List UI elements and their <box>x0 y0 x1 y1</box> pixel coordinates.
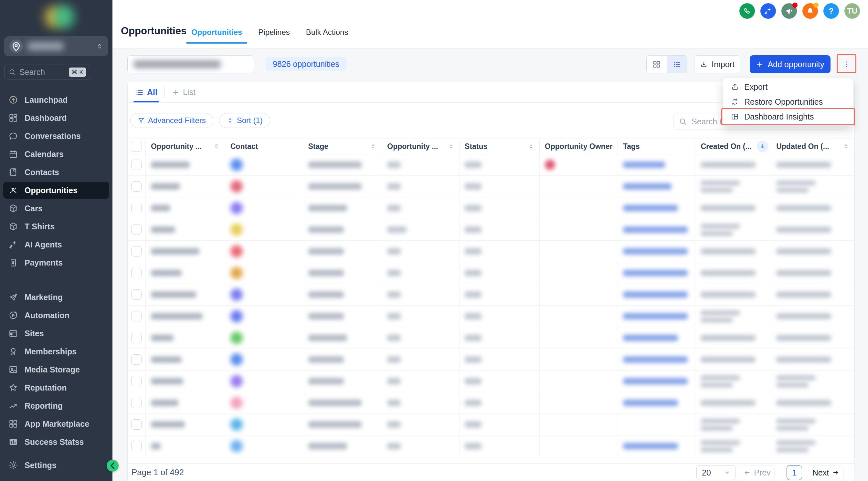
sidebar-item-settings[interactable]: Settings <box>0 456 113 474</box>
blurred-text <box>308 162 362 168</box>
list-view-button[interactable] <box>667 56 687 73</box>
prev-page-button[interactable]: Prev <box>740 465 775 480</box>
import-button[interactable]: Import <box>694 55 740 73</box>
grid-view-icon <box>652 60 661 68</box>
sidebar-item-app-marketplace[interactable]: App Marketplace <box>0 415 113 433</box>
main-area: Opportunities OpportunitiesPipelinesBulk… <box>113 0 868 481</box>
menu-item-dashboard-insights[interactable]: Dashboard Insights <box>723 109 853 124</box>
table-row[interactable] <box>128 284 855 306</box>
sidebar-item-ai-agents[interactable]: AI Agents <box>0 235 113 254</box>
more-actions-button[interactable] <box>840 57 853 71</box>
sort-button[interactable]: Sort (1) <box>219 113 270 128</box>
blurred-text <box>308 335 347 341</box>
sidebar-item-success-statss[interactable]: Success Statss <box>0 433 113 451</box>
blurred-text <box>308 378 344 384</box>
menu-item-export[interactable]: Export <box>723 79 853 94</box>
announcements-button[interactable] <box>781 3 797 19</box>
location-switcher[interactable] <box>4 36 108 56</box>
grid-view-button[interactable] <box>647 56 667 73</box>
row-checkbox[interactable] <box>131 268 142 278</box>
sidebar-item-payments[interactable]: Payments <box>0 254 113 272</box>
page-size-select[interactable]: 20 <box>696 465 736 480</box>
sidebar-item-contacts[interactable]: Contacts <box>0 163 113 181</box>
tab-bulk-actions[interactable]: Bulk Actions <box>305 27 349 38</box>
blurred-dates <box>776 440 816 452</box>
tab-pipelines[interactable]: Pipelines <box>257 27 290 38</box>
sidebar-item-conversations[interactable]: Conversations <box>0 127 113 145</box>
table-row[interactable] <box>128 197 855 219</box>
tab-opportunities[interactable]: Opportunities <box>191 27 243 38</box>
row-checkbox[interactable] <box>131 419 142 430</box>
row-checkbox[interactable] <box>131 441 142 451</box>
sort-carets-icon[interactable] <box>370 143 376 150</box>
table-row[interactable] <box>128 349 855 371</box>
table-row[interactable] <box>128 176 855 197</box>
next-page-button[interactable]: Next <box>808 465 844 480</box>
sidebar-item-launchpad[interactable]: Launchpad <box>0 91 113 109</box>
table-row[interactable] <box>128 262 855 284</box>
blurred-text <box>308 421 362 428</box>
table-row[interactable] <box>128 241 855 262</box>
sort-carets-icon[interactable] <box>528 143 534 150</box>
row-checkbox[interactable] <box>131 225 142 235</box>
tab-all[interactable]: All <box>131 82 162 102</box>
table-row[interactable] <box>128 154 855 176</box>
sidebar-item-marketing[interactable]: Marketing <box>0 288 113 306</box>
row-checkbox[interactable] <box>131 376 142 386</box>
phone-button[interactable] <box>739 3 755 19</box>
sidebar-item-reputation[interactable]: Reputation <box>0 379 113 397</box>
row-checkbox[interactable] <box>131 333 142 343</box>
sidebar-item-opportunities[interactable]: Opportunities <box>0 181 113 199</box>
row-checkbox[interactable] <box>131 398 142 408</box>
help-button[interactable]: ? <box>824 3 839 19</box>
sidebar-item-reporting[interactable]: Reporting <box>0 397 113 415</box>
table-row[interactable] <box>128 392 855 414</box>
sidebar-collapse-button[interactable] <box>106 460 119 472</box>
contact-avatar <box>230 397 243 409</box>
row-checkbox[interactable] <box>131 181 142 192</box>
sidebar-item-automation[interactable]: Automation <box>0 306 113 324</box>
sidebar-item-label: Media Storage <box>25 365 80 375</box>
row-checkbox[interactable] <box>131 160 142 170</box>
sites-icon <box>8 328 18 338</box>
avatar-button[interactable]: TU <box>844 3 860 19</box>
table-header-checkbox <box>128 139 146 154</box>
pipeline-select[interactable] <box>127 55 254 73</box>
sidebar-item-media-storage[interactable]: Media Storage <box>0 360 113 379</box>
notifications-button[interactable] <box>802 3 818 19</box>
sidebar-item-memberships[interactable]: Memberships <box>0 343 113 360</box>
advanced-filters-button[interactable]: Advanced Filters <box>130 113 213 128</box>
sidebar-item-calendars[interactable]: Calendars <box>0 145 113 163</box>
row-checkbox[interactable] <box>131 289 142 300</box>
blurred-text <box>151 291 196 298</box>
table-row[interactable] <box>128 371 855 392</box>
sidebar-search-input[interactable]: Search ⌘ K <box>4 65 90 79</box>
sort-carets-icon[interactable] <box>447 143 454 150</box>
add-list-button[interactable]: List <box>167 82 200 102</box>
sort-carets-icon[interactable] <box>842 143 849 150</box>
blurred-text <box>387 313 401 319</box>
ai-sparkles-button[interactable] <box>761 3 776 19</box>
row-checkbox[interactable] <box>131 203 142 213</box>
actions-dropdown-menu: Export Restore Opportunities Dashboard I… <box>722 78 853 126</box>
menu-item-restore-opportunities[interactable]: Restore Opportunities <box>723 94 853 109</box>
sidebar-item-cars[interactable]: Cars <box>0 199 113 217</box>
table-row[interactable] <box>128 219 855 241</box>
table-row[interactable] <box>128 436 855 457</box>
sort-carets-icon[interactable] <box>213 143 220 150</box>
sidebar-item-sites[interactable]: Sites <box>0 324 113 343</box>
sidebar-item-t-shirts[interactable]: T Shirts <box>0 217 113 235</box>
sidebar-item-dashboard[interactable]: Dashboard <box>0 109 113 127</box>
current-page-button[interactable]: 1 <box>786 465 802 480</box>
table-row[interactable] <box>128 306 855 327</box>
blurred-text <box>308 205 347 211</box>
table-row[interactable] <box>128 327 855 349</box>
select-all-checkbox[interactable] <box>131 141 142 152</box>
row-checkbox[interactable] <box>131 354 142 365</box>
header-icon-buttons: ?TU <box>739 3 860 19</box>
row-checkbox[interactable] <box>131 311 142 321</box>
add-opportunity-button[interactable]: Add opportunity <box>750 55 831 73</box>
row-checkbox[interactable] <box>131 246 142 256</box>
table-row[interactable] <box>128 414 855 436</box>
sort-desc-active[interactable] <box>757 140 769 152</box>
